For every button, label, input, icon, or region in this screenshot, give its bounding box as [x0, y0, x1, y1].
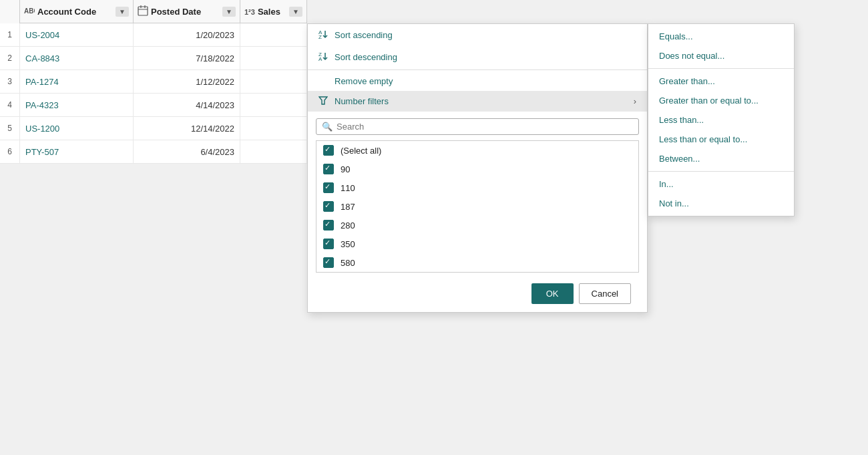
- submenu-item[interactable]: In...: [648, 174, 794, 194]
- svg-text:Z: Z: [318, 34, 322, 39]
- checkbox-item[interactable]: 90: [316, 160, 638, 178]
- funnel-icon: [318, 96, 328, 105]
- sort-ascending-label: Sort ascending: [335, 30, 393, 40]
- submenu-item[interactable]: Greater than or equal to...: [648, 91, 794, 110]
- sort-ascending-item[interactable]: A Z Sort ascending: [308, 24, 647, 46]
- account-cell: PA-1274: [20, 70, 134, 93]
- cancel-button[interactable]: Cancel: [579, 283, 631, 304]
- data-table: ABC Account Code ▼ Posted Date ▼ 1²3 Sal…: [0, 0, 307, 164]
- sales-cell: [240, 94, 307, 116]
- checkbox-item[interactable]: 110: [316, 178, 638, 197]
- account-cell: US-2004: [20, 23, 134, 46]
- checkbox-item[interactable]: 580: [316, 253, 638, 272]
- sales-label: Sales: [258, 7, 280, 17]
- row-num-cell: 3: [0, 70, 20, 93]
- checkbox-item[interactable]: 187: [316, 197, 638, 216]
- checkbox-value[interactable]: [323, 182, 334, 193]
- date-cell: 1/20/2023: [134, 23, 240, 46]
- number-filters-label: Number filters: [335, 96, 389, 106]
- number-filters-item[interactable]: Number filters ›: [308, 91, 647, 112]
- sort-desc-icon: Z A: [318, 51, 329, 63]
- row-num-cell: 2: [0, 47, 20, 69]
- sales-cell: [240, 140, 307, 163]
- checkbox-item[interactable]: 350: [316, 235, 638, 253]
- date-cell: 12/14/2022: [134, 117, 240, 140]
- filter-dropdown-panel: A Z Sort ascending Z A Sort descending R…: [307, 23, 648, 313]
- sales-dropdown[interactable]: ▼: [289, 7, 302, 17]
- sort-descending-label: Sort descending: [335, 52, 397, 62]
- submenu-item[interactable]: Does not equal...: [648, 46, 794, 65]
- submenu-item[interactable]: Not in...: [648, 194, 794, 213]
- footer-buttons: OK Cancel: [316, 278, 639, 312]
- table-header: ABC Account Code ▼ Posted Date ▼ 1²3 Sal…: [0, 0, 307, 23]
- az-asc-icon: A Z: [318, 29, 329, 39]
- search-input[interactable]: [337, 122, 633, 132]
- date-cell: 1/12/2022: [134, 70, 240, 93]
- search-icon: 🔍: [322, 122, 333, 132]
- account-cell: PTY-507: [20, 140, 134, 163]
- table-row: 1 US-2004 1/20/2023: [0, 23, 307, 47]
- checkbox-label: 90: [341, 164, 350, 174]
- select-all-checkbox[interactable]: [323, 145, 334, 156]
- account-code-dropdown[interactable]: ▼: [116, 7, 129, 17]
- table-row: 4 PA-4323 4/14/2023: [0, 94, 307, 117]
- checkbox-value[interactable]: [323, 201, 334, 212]
- table-row: 5 US-1200 12/14/2022: [0, 117, 307, 140]
- checkbox-value[interactable]: [323, 220, 334, 231]
- submenu-item[interactable]: Less than...: [648, 110, 794, 130]
- row-num-cell: 4: [0, 94, 20, 116]
- filter-icon: [318, 96, 329, 107]
- account-cell: US-1200: [20, 117, 134, 140]
- svg-marker-11: [319, 97, 327, 104]
- sales-cell: [240, 117, 307, 140]
- date-cell: 7/18/2022: [134, 47, 240, 69]
- date-cell: 6/4/2023: [134, 140, 240, 163]
- search-box[interactable]: 🔍: [316, 118, 639, 135]
- separator-1: [308, 69, 647, 70]
- calendar-icon: [138, 5, 148, 18]
- date-cell: 4/14/2023: [134, 94, 240, 116]
- table-row: 2 CA-8843 7/18/2022: [0, 47, 307, 70]
- select-all-item[interactable]: (Select all): [316, 141, 638, 160]
- posted-date-dropdown[interactable]: ▼: [222, 7, 236, 17]
- az-desc-icon: Z A: [318, 51, 329, 61]
- checkbox-values-container: 90 110 187 280 350 580: [316, 160, 638, 272]
- row-num-header: [0, 0, 20, 23]
- submenu-item[interactable]: Equals...: [648, 27, 794, 46]
- table-row: 3 PA-1274 1/12/2022: [0, 70, 307, 94]
- remove-empty-label: Remove empty: [335, 76, 393, 86]
- checkbox-value[interactable]: [323, 239, 334, 249]
- checkbox-value[interactable]: [323, 164, 334, 174]
- abc-icon: ABC: [24, 5, 35, 16]
- submenu-item[interactable]: Less than or equal to...: [648, 130, 794, 149]
- checkbox-label: 187: [341, 202, 355, 212]
- sales-cell: [240, 47, 307, 69]
- checkbox-value[interactable]: [323, 257, 334, 268]
- number-filters-arrow: ›: [634, 96, 636, 106]
- account-cell: CA-8843: [20, 47, 134, 69]
- text-icon: ABC: [24, 5, 35, 18]
- submenu-item[interactable]: Greater than...: [648, 71, 794, 91]
- ok-button[interactable]: OK: [531, 283, 574, 304]
- svg-text:A: A: [318, 56, 322, 61]
- posted-date-header[interactable]: Posted Date ▼: [134, 0, 240, 23]
- checkbox-item[interactable]: 280: [316, 216, 638, 235]
- submenu-item[interactable]: Between...: [648, 149, 794, 168]
- posted-date-label: Posted Date: [151, 7, 201, 17]
- number-filters-submenu: Equals...Does not equal...Greater than..…: [648, 23, 795, 216]
- checkbox-label: 350: [341, 239, 355, 249]
- sales-header[interactable]: 1²3 Sales ▼: [240, 0, 307, 23]
- sales-cell: [240, 23, 307, 46]
- submenu-separator: [648, 171, 794, 172]
- select-all-label: (Select all): [341, 146, 381, 156]
- sort-asc-icon: A Z: [318, 29, 329, 41]
- remove-empty-item[interactable]: Remove empty: [308, 71, 647, 91]
- table-row: 6 PTY-507 6/4/2023: [0, 140, 307, 164]
- svg-rect-1: [138, 7, 148, 15]
- account-code-header[interactable]: ABC Account Code ▼: [20, 0, 134, 23]
- checkbox-list: (Select all) 90 110 187 280 350 580: [316, 140, 639, 273]
- account-cell: PA-4323: [20, 94, 134, 116]
- number-icon: 1²3: [244, 8, 255, 16]
- checkbox-label: 280: [341, 220, 355, 231]
- sort-descending-item[interactable]: Z A Sort descending: [308, 46, 647, 68]
